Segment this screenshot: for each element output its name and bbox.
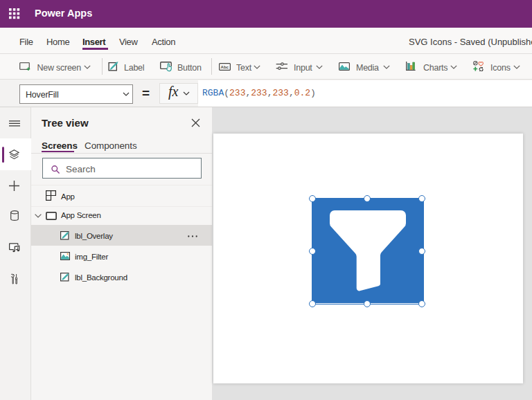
svg-text:Abc: Abc — [221, 65, 229, 69]
